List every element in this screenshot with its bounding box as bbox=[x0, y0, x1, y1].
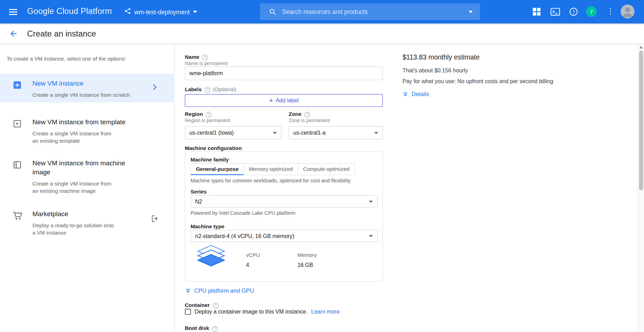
container-help-icon[interactable] bbox=[212, 303, 218, 309]
region-label: Region bbox=[185, 111, 203, 117]
expand-double-chevron-icon bbox=[185, 288, 191, 294]
machine-layers-icon bbox=[195, 245, 227, 272]
new-vm-icon bbox=[12, 80, 23, 102]
series-select[interactable]: N2 bbox=[191, 195, 377, 207]
deploy-container-checkbox[interactable] bbox=[185, 309, 191, 315]
labels-optional-note: (Optional) bbox=[213, 86, 236, 93]
boot-disk-help-icon[interactable] bbox=[212, 326, 218, 332]
machine-configuration-title: Machine configuration bbox=[185, 145, 242, 151]
gcp-console-window: Google Cloud Platform wm-test-deployment… bbox=[0, 0, 644, 332]
tab-memory-optimized[interactable]: Memory-optimized bbox=[243, 163, 298, 175]
zone-label: Zone bbox=[289, 111, 301, 117]
instance-form: Name Name is permanent Labels(Optional) … bbox=[175, 44, 637, 332]
external-link-icon bbox=[151, 214, 160, 225]
svg-text:?: ? bbox=[572, 9, 575, 15]
top-navigation-bar: Google Cloud Platform wm-test-deployment… bbox=[0, 0, 644, 23]
region-select[interactable]: us-central1 (Iowa) bbox=[185, 126, 282, 140]
chevron-right-icon bbox=[150, 82, 159, 93]
boot-disk-label: Boot disk bbox=[185, 325, 209, 331]
avatar[interactable] bbox=[621, 5, 635, 18]
name-input[interactable] bbox=[185, 66, 383, 80]
name-label: Name bbox=[185, 54, 200, 60]
sidebar-option-marketplace[interactable]: Marketplace Deploy a ready-to-go solutio… bbox=[0, 204, 175, 242]
search-input[interactable] bbox=[282, 8, 468, 15]
gcp-logo[interactable]: Google Cloud Platform bbox=[27, 7, 112, 16]
chevron-down-icon bbox=[369, 235, 373, 237]
page-header: Create an instance bbox=[0, 23, 644, 44]
machine-configuration-card: Machine family General-purpose Memory-op… bbox=[185, 151, 383, 282]
tab-general-purpose[interactable]: General-purpose bbox=[191, 163, 244, 175]
vm-template-icon bbox=[12, 119, 23, 150]
machine-type-value: n2-standard-4 (4 vCPU, 16 GB memory) bbox=[195, 233, 365, 239]
add-label-button[interactable]: Add label bbox=[185, 94, 383, 107]
zone-help-icon[interactable] bbox=[304, 112, 310, 118]
project-name: wm-test-deployment bbox=[134, 8, 190, 15]
zone-permanent-note: Zone is permanent bbox=[289, 118, 330, 124]
sidebar-option-new-vm-instance[interactable]: New VM instance Create a single VM insta… bbox=[0, 73, 175, 102]
sidebar-option-vm-from-machine-image[interactable]: New VM instance from machine image Creat… bbox=[0, 153, 175, 201]
memory-value: 16 GB bbox=[297, 262, 313, 268]
billing-note: Pay for what you use: No upfront costs a… bbox=[402, 78, 553, 84]
chevron-down-icon bbox=[273, 132, 277, 134]
option-description: Create a single VM instance from scratch bbox=[32, 91, 130, 98]
hourly-estimate: That's about $0.156 hourly bbox=[402, 68, 468, 74]
plus-icon bbox=[269, 97, 273, 104]
option-title: New VM instance from machine image bbox=[32, 159, 132, 177]
machine-image-icon bbox=[12, 160, 23, 201]
chevron-down-icon bbox=[374, 132, 378, 134]
region-value: us-central1 (Iowa) bbox=[189, 130, 269, 136]
more-options-icon[interactable] bbox=[607, 6, 613, 17]
global-search[interactable] bbox=[260, 3, 480, 20]
machine-family-label: Machine family bbox=[191, 157, 229, 163]
cloud-shell-icon[interactable] bbox=[550, 8, 560, 15]
estimate-details-expander[interactable]: Details bbox=[402, 91, 429, 97]
name-permanent-note: Name is permanent bbox=[185, 61, 228, 66]
zone-value: us-central1-a bbox=[293, 130, 371, 136]
monthly-estimate: $113.83 monthly estimate bbox=[402, 54, 480, 61]
sidebar-option-vm-from-template[interactable]: New VM instance from template Create a s… bbox=[0, 112, 175, 150]
memory-label: Memory bbox=[297, 252, 316, 258]
details-link-label: Details bbox=[411, 91, 429, 97]
vcpu-label: vCPU bbox=[246, 252, 260, 258]
expand-double-chevron-icon bbox=[402, 91, 408, 97]
notifications-badge[interactable]: 7 bbox=[586, 6, 597, 17]
back-arrow-icon[interactable] bbox=[9, 29, 18, 40]
scroll-up-arrow[interactable] bbox=[639, 46, 643, 48]
option-title: New VM instance bbox=[32, 79, 130, 88]
series-value: N2 bbox=[195, 198, 365, 205]
menu-icon[interactable] bbox=[8, 7, 18, 17]
container-learn-more-link[interactable]: Learn more bbox=[311, 309, 340, 315]
chevron-down-icon bbox=[193, 11, 197, 13]
option-description: Create a single VM instance from an exis… bbox=[32, 130, 117, 145]
page-title: Create an instance bbox=[27, 29, 96, 39]
zone-select[interactable]: us-central1-a bbox=[289, 126, 383, 140]
machine-family-description: Machine types for common workloads, opti… bbox=[191, 178, 379, 184]
sidebar-intro-text: To create a VM instance, select one of t… bbox=[7, 55, 146, 62]
labels-label: Labels bbox=[185, 86, 202, 93]
option-description: Create a single VM instance from an exis… bbox=[32, 180, 117, 195]
container-label: Container bbox=[185, 302, 210, 308]
scrollbar-thumb[interactable] bbox=[639, 50, 643, 190]
project-icon bbox=[124, 8, 131, 16]
console-grid-icon[interactable] bbox=[532, 7, 541, 16]
tab-compute-optimized[interactable]: Compute-optimized bbox=[298, 163, 355, 175]
vcpu-value: 4 bbox=[246, 262, 249, 268]
project-selector[interactable]: wm-test-deployment bbox=[124, 6, 197, 18]
deploy-container-text: Deploy a container image to this VM inst… bbox=[195, 309, 307, 315]
option-description: Deploy a ready-to-go solution onto a VM … bbox=[32, 222, 117, 237]
option-title: Marketplace bbox=[32, 210, 117, 219]
option-title: New VM instance from template bbox=[32, 118, 126, 127]
region-help-icon[interactable] bbox=[206, 112, 212, 118]
labels-help-icon[interactable] bbox=[204, 87, 210, 93]
region-permanent-note: Region is permanent bbox=[185, 118, 231, 124]
machine-family-tabs: General-purpose Memory-optimized Compute… bbox=[191, 163, 355, 175]
machine-type-label: Machine type bbox=[191, 223, 224, 229]
machine-type-select[interactable]: n2-standard-4 (4 vCPU, 16 GB memory) bbox=[191, 230, 377, 242]
search-dropdown-icon[interactable] bbox=[469, 10, 473, 13]
cpu-platform-gpu-expander[interactable]: CPU platform and GPU bbox=[185, 287, 254, 294]
help-icon[interactable]: ? bbox=[569, 7, 578, 16]
series-platform-note: Powered by Intel Cascade Lake CPU platfo… bbox=[191, 210, 295, 216]
vertical-scrollbar[interactable] bbox=[637, 44, 644, 332]
series-label: Series bbox=[191, 189, 207, 195]
name-help-icon[interactable] bbox=[202, 54, 208, 60]
